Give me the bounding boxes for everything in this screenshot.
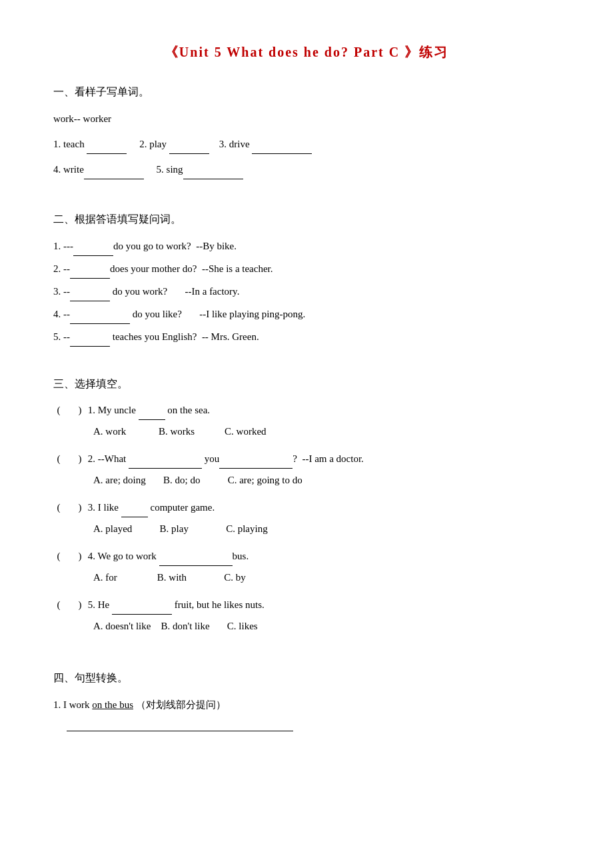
blank-3-3 <box>121 505 148 517</box>
blank-2-5 <box>70 335 110 347</box>
section3-q2-options: A. are; doing B. do; do C. are; going to… <box>93 471 560 489</box>
section2-q5: 5. -- teaches you English? -- Mrs. Green… <box>53 327 560 347</box>
section1-example: work-- worker <box>53 109 560 129</box>
page-title: 《Unit 5 What does he do? Part C 》练习 <box>53 40 560 64</box>
blank-2-1 <box>73 244 113 256</box>
section4-title: 四、句型转换。 <box>53 669 560 688</box>
blank-3-2a <box>129 457 202 469</box>
section3-q3: ( ) 3. I like computer game. <box>53 497 560 517</box>
section3-q4: ( ) 4. We go to work bus. <box>53 546 560 566</box>
section3-q2: ( ) 2. --What you? --I am a doctor. <box>53 449 560 469</box>
section3-q5: ( ) 5. He fruit, but he likes nuts. <box>53 595 560 615</box>
blank-2-2 <box>70 267 110 279</box>
section3-q1-options: A. work B. works C. worked <box>93 423 560 441</box>
section1-row1: 1. teach 2. play 3. drive <box>53 134 560 154</box>
blank-3-5 <box>112 603 172 615</box>
section4-q1: 1. I work on the bus （对划线部分提问） <box>53 695 560 715</box>
section3-q4-options: A. for B. with C. by <box>93 569 560 587</box>
section3-title: 三、选择填空。 <box>53 375 560 394</box>
blank-1-3 <box>252 142 312 154</box>
blank-1-2 <box>169 142 209 154</box>
blank-2-4 <box>70 312 130 324</box>
blank-1-1 <box>87 142 127 154</box>
answer-line-1 <box>67 731 293 731</box>
blank-3-2b <box>219 457 293 469</box>
section1-row2: 4. write 5. sing <box>53 159 560 179</box>
section3-q1: ( ) 1. My uncle on the sea. <box>53 400 560 420</box>
section2-q4: 4. -- do you like? --I like playing ping… <box>53 304 560 324</box>
blank-3-4 <box>159 554 233 566</box>
underlined-text: on the bus <box>92 699 133 710</box>
section2-q3: 3. -- do you work? --In a factory. <box>53 281 560 301</box>
section1-title: 一、看样子写单词。 <box>53 83 560 102</box>
blank-2-3 <box>70 289 110 301</box>
blank-3-1 <box>139 408 165 420</box>
blank-1-5 <box>183 167 243 179</box>
section2-q1: 1. ---do you go to work? --By bike. <box>53 236 560 256</box>
section3-q5-options: A. doesn't like B. don't like C. likes <box>93 617 560 635</box>
section2-q2: 2. --does your mother do? --She is a tea… <box>53 259 560 279</box>
section2-title: 二、根据答语填写疑问词。 <box>53 210 560 229</box>
section3-q3-options: A. played B. play C. playing <box>93 520 560 538</box>
blank-1-4 <box>84 167 144 179</box>
